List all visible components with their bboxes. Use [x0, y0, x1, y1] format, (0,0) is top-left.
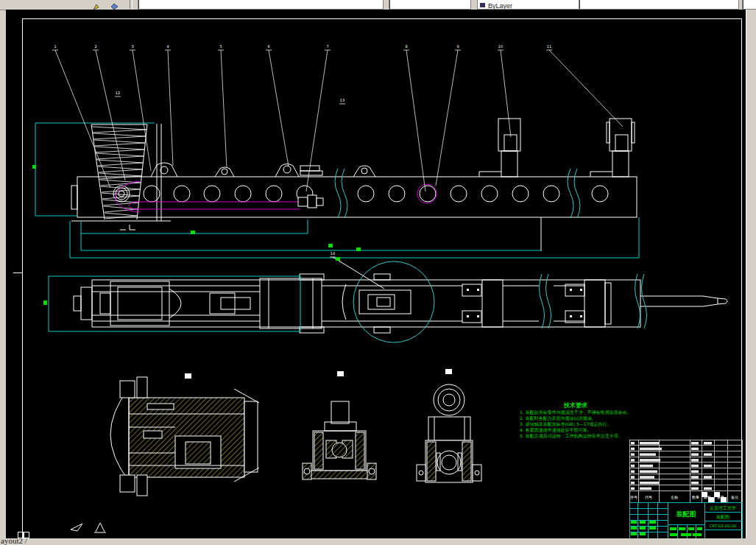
svg-text:名称: 名称: [671, 495, 678, 499]
color-combo[interactable]: ByLayer: [477, 0, 582, 10]
plan-view: [49, 257, 727, 342]
svg-text:代号: 代号: [645, 495, 652, 499]
toolbar-field-4: [742, 0, 756, 10]
detail-circle: [353, 261, 434, 342]
svg-text:10: 10: [498, 44, 503, 49]
toolbar-field-3[interactable]: [579, 0, 739, 10]
break-lines-plan: [540, 274, 647, 328]
svg-text:1: 1: [54, 44, 56, 49]
svg-text:4: 4: [166, 44, 169, 49]
title-block: 装配图 太原理工大学 装配图 CKT-03-00-00: [629, 502, 742, 538]
side-view: [35, 119, 639, 258]
toolbar-icon-blue[interactable]: [110, 0, 119, 7]
cable-end-fitting: [298, 195, 323, 208]
svg-text:4. 各紧固连接件连接处应牢固可靠。: 4. 各紧固连接件连接处应牢固可靠。: [520, 427, 592, 433]
cad-window: ByLayer: [0, 0, 756, 545]
bom-table: 序号代号名称数量材料重量备注: [629, 440, 742, 502]
toolbar-field-2[interactable]: [389, 0, 471, 10]
toolbar-separator: [130, 0, 133, 9]
svg-text:13: 13: [340, 98, 345, 102]
balloon-numbers: 1234567891011121314: [54, 44, 551, 256]
section-view-pulley: [417, 369, 481, 482]
svg-text:1. 装配前所有零件均需清洗干净，不得有铁屑杂质存在。: 1. 装配前所有零件均需清洗干净，不得有铁屑杂质存在。: [520, 409, 632, 415]
bom-header-checker: [702, 492, 727, 502]
svg-text:2. 装配时各配合表面均需涂以润滑油。: 2. 装配时各配合表面均需涂以润滑油。: [520, 415, 596, 421]
svg-text:序号: 序号: [630, 495, 637, 500]
layout-tab-bar[interactable]: ayout2 /: [0, 538, 756, 545]
svg-text:5: 5: [219, 44, 222, 49]
school-name: 太原理工大学: [710, 505, 736, 510]
title-block-entries: [631, 521, 702, 536]
svg-text:6: 6: [267, 44, 269, 49]
toolbar-icon-yellow[interactable]: [92, 0, 100, 7]
svg-text:3: 3: [131, 44, 133, 49]
layout-tab[interactable]: ayout2 /: [1, 538, 27, 545]
plan-view-dimensions: [49, 276, 300, 331]
svg-text:9: 9: [456, 44, 459, 49]
notes-title: 技术要求: [563, 402, 587, 409]
svg-text:8: 8: [405, 44, 407, 49]
doc-type: 装配图: [716, 514, 729, 520]
svg-text:12: 12: [116, 91, 120, 95]
svg-text:11: 11: [547, 44, 551, 49]
beam-holes: [113, 186, 608, 202]
technical-notes: 技术要求 1. 装配前所有零件均需清洗干净，不得有铁屑杂质存在。2. 装配时各配…: [520, 402, 632, 439]
canvas-right-gutter: [746, 10, 756, 538]
drawing-number: CKT-03-00-00: [710, 524, 737, 528]
color-combo-value: ByLayer: [488, 2, 512, 10]
detail-leader: [333, 257, 384, 289]
view-label-1: [185, 373, 191, 379]
svg-text:14: 14: [331, 251, 335, 256]
bolt-dots: [467, 289, 582, 317]
svg-text:数量: 数量: [692, 495, 699, 499]
drawing-title: 装配图: [676, 510, 696, 518]
svg-text:7: 7: [326, 44, 328, 49]
section-view-bracket: [303, 371, 376, 479]
dimension-texts: [32, 165, 361, 305]
svg-text:2: 2: [94, 44, 96, 49]
view-label-2: [337, 371, 344, 376]
drawing-canvas[interactable]: 技术要求 1. 装配前所有零件均需清洗干净，不得有铁屑杂质存在。2. 装配时各配…: [6, 10, 746, 538]
section-view-gearbox: [110, 373, 259, 496]
svg-text:5. 装配完成后试运转，工作机构运转应灵活无卡滞。: 5. 装配完成后试运转，工作机构运转应灵活无卡滞。: [520, 433, 623, 439]
toolbar: ByLayer: [0, 0, 756, 10]
datum-symbols: [71, 523, 106, 532]
view-label-3: [445, 369, 452, 374]
toolbar-field-1[interactable]: [138, 0, 384, 10]
part-leaders: [52, 50, 623, 257]
color-swatch: [480, 3, 485, 7]
svg-text:3. 滚动轴承装配按标准(GB) 5—17规定执行。: 3. 滚动轴承装配按标准(GB) 5—17规定执行。: [520, 421, 611, 427]
svg-text:备注: 备注: [731, 495, 738, 499]
